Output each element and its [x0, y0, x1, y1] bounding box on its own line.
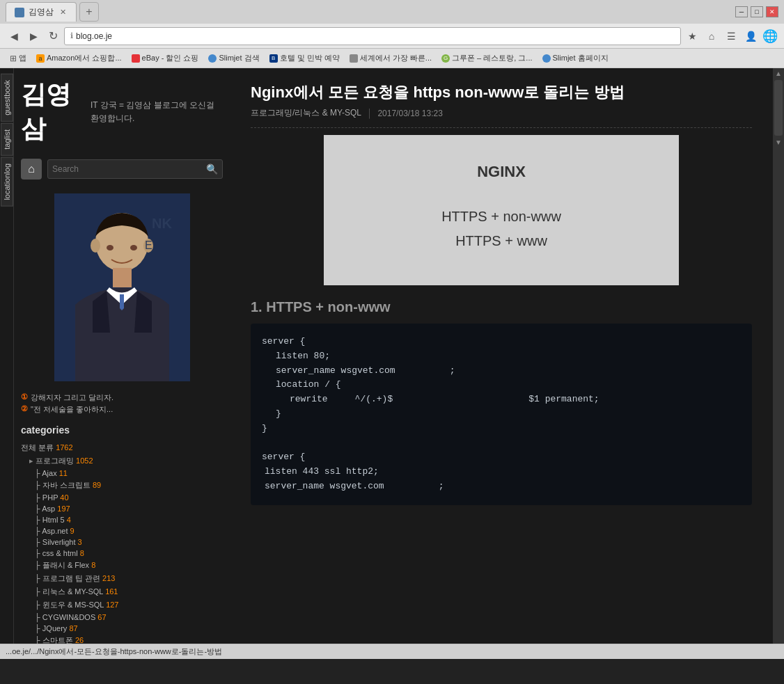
cat-programming-label: 프로그래밍	[36, 456, 76, 465]
user-button[interactable]: 👤	[742, 28, 759, 45]
slimjet1-favicon	[208, 54, 217, 63]
bookmark-apps[interactable]: ⊞ 앱	[6, 51, 31, 65]
bookmark-groupon[interactable]: G 그루폰 – 레스토랑, 그...	[437, 51, 537, 65]
cat-all[interactable]: 전체 분류 1762	[21, 441, 223, 454]
diagram-line2: HTTPS + www	[359, 233, 644, 249]
blog-header: 김영삼 IT 강국 = 김영삼 블로그에 오신걸 환영합니다.	[14, 68, 230, 152]
left-sidebar: 김영삼 IT 강국 = 김영삼 블로그에 오신걸 환영합니다. ⌂ 🔍	[14, 68, 230, 644]
lock-icon: ℹ	[70, 31, 73, 40]
scroll-down-arrow[interactable]: ▼	[775, 138, 782, 146]
bookmark-ebay[interactable]: eBay - 할인 쇼핑	[127, 51, 203, 65]
cat-silverlight-count: 3	[78, 538, 82, 546]
search-icon[interactable]: 🔍	[206, 164, 218, 175]
slimjet2-favicon	[542, 54, 551, 63]
cat-javascript[interactable]: ├ 자바 스크립트 89	[21, 479, 223, 492]
cat-php-count: 40	[60, 493, 68, 502]
bookmark-amazon[interactable]: a Amazon에서 쇼핑합...	[32, 51, 126, 65]
new-tab-button[interactable]: +	[79, 2, 99, 22]
sidebar-tab-guestbook[interactable]: guestbook	[1, 74, 13, 122]
fastest-favicon	[350, 54, 358, 63]
code-line-3: server_name wsgvet.com ;	[262, 364, 741, 379]
window-controls: ─ □ ✕	[735, 6, 778, 17]
svg-rect-4	[113, 268, 132, 287]
nginx-diagram: NGINX HTTPS + non-www HTTPS + www	[324, 135, 679, 285]
cat-linux[interactable]: ├ 리눅스 & MY-SQL 161	[21, 585, 223, 598]
tab-favicon	[15, 8, 24, 17]
maximize-button[interactable]: □	[751, 6, 763, 17]
booking-favicon: B	[269, 54, 278, 63]
tab-title: 김영삼	[29, 6, 54, 18]
cat-php[interactable]: ├ PHP 40	[21, 492, 223, 503]
bookmarks-bar: ⊞ 앱 a Amazon에서 쇼핑합... eBay - 할인 쇼핑 Slimj…	[0, 49, 784, 68]
status-url: ...oe.je/.../Nginx에서-모든-요청을-https-non-ww…	[6, 646, 222, 657]
forward-button[interactable]: ▶	[25, 28, 42, 45]
cat-ajax[interactable]: ├ Ajax 11	[21, 468, 223, 479]
diagram-line1: HTTPS + non-www	[359, 209, 644, 225]
quote-section: ① 강해지자 그리고 달리자. ② "전 저세술을 좋아하지...	[14, 388, 230, 419]
tab-close-button[interactable]: ✕	[58, 8, 68, 17]
star-button[interactable]: ★	[684, 28, 700, 45]
blog-subtitle: IT 강국 = 김영삼 블로그에 오신걸 환영합니다.	[91, 99, 223, 125]
svg-text:NK: NK	[152, 216, 172, 231]
bookmark-booking-label: 호텔 및 민박 예약	[280, 53, 340, 63]
home-icon-btn[interactable]: ⌂	[21, 159, 42, 180]
search-input[interactable]	[52, 164, 206, 174]
close-button[interactable]: ✕	[766, 6, 778, 17]
code-line-9: listen 443 ssl http2;	[262, 465, 741, 479]
cat-linux-count: 161	[105, 587, 118, 596]
home-button[interactable]: ⌂	[703, 28, 720, 45]
cat-silverlight[interactable]: ├ Silverlight 3	[21, 536, 223, 548]
cat-programming-count: 1052	[76, 456, 93, 465]
cat-smartphone[interactable]: ├ 스마트폰 26	[21, 634, 223, 644]
cat-programming[interactable]: ▸프로그래밍 1052	[21, 454, 223, 468]
cat-cygwin[interactable]: ├ CYGWIN&DOS 67	[21, 612, 223, 623]
cat-flex[interactable]: ├ 플래시 & Flex 8	[21, 559, 223, 572]
settings-button[interactable]: ☰	[723, 28, 739, 45]
search-box[interactable]: 🔍	[47, 159, 223, 179]
browser-chrome: 김영삼 ✕ + ─ □ ✕ ◀ ▶ ↻ ℹ blog.oe.je ★ ⌂ ☰ 👤…	[0, 0, 784, 68]
diagram-title: NGINX	[359, 163, 644, 181]
post-divider	[251, 127, 752, 128]
cat-aspnet[interactable]: ├ Asp.net 9	[21, 525, 223, 536]
cat-windows[interactable]: ├ 윈도우 & MS-SQL 127	[21, 598, 223, 612]
code-line-7: }	[262, 422, 741, 436]
cat-csshtml-count: 8	[80, 549, 84, 557]
quote-num-2: ②	[21, 404, 28, 413]
cat-html5[interactable]: ├ Html 5 4	[21, 514, 223, 525]
cat-ajax-count: 11	[59, 469, 68, 477]
right-scrollbar[interactable]: ▲ ▼	[773, 68, 784, 644]
refresh-button[interactable]: ↻	[45, 28, 61, 45]
nav-bar: ◀ ▶ ↻ ℹ blog.oe.je ★ ⌂ ☰ 👤 🌐	[0, 24, 784, 49]
bookmark-booking[interactable]: B 호텔 및 민박 예약	[265, 51, 344, 65]
sidebar-tab-locationlog[interactable]: locationlog	[1, 157, 13, 207]
cat-smartphone-count: 26	[75, 636, 84, 644]
bookmark-amazon-label: Amazon에서 쇼핑합...	[47, 53, 122, 63]
status-bar: ...oe.je/.../Nginx에서-모든-요청을-https-non-ww…	[0, 644, 784, 659]
bookmark-slimjet1[interactable]: Slimjet 검색	[204, 51, 263, 65]
sidebar-tab-taglist[interactable]: taglist	[1, 123, 13, 156]
bookmark-slimjet2[interactable]: Slimjet 홈페이지	[538, 51, 613, 65]
categories-title: categories	[21, 424, 223, 436]
cat-javascript-count: 89	[93, 481, 101, 489]
scroll-thumb[interactable]	[774, 80, 783, 136]
address-bar[interactable]: ℹ blog.oe.je	[64, 27, 681, 45]
cat-cygwin-count: 67	[97, 613, 106, 621]
svg-point-6	[130, 245, 137, 250]
cat-program-tip[interactable]: ├ 프로그램 팁 관련 213	[21, 572, 223, 585]
active-tab[interactable]: 김영삼 ✕	[6, 2, 77, 22]
minimize-button[interactable]: ─	[735, 6, 748, 17]
cat-jquery[interactable]: ├ JQuery 87	[21, 623, 223, 634]
back-button[interactable]: ◀	[6, 28, 22, 45]
cat-asp[interactable]: ├ Asp 197	[21, 503, 223, 514]
sidebar-tabs: guestbook taglist locationlog	[0, 68, 14, 644]
bookmark-fastest[interactable]: 세계에서 가장 빠른...	[345, 51, 436, 65]
cat-arrow-programming: ▸	[29, 456, 33, 465]
cat-csshtml[interactable]: ├ css & html 8	[21, 548, 223, 559]
diagram-container: NGINX HTTPS + non-www HTTPS + www	[251, 135, 752, 285]
apps-icon: ⊞	[10, 54, 17, 63]
code-line-blank	[262, 436, 741, 451]
title-left: 김영삼 ✕ +	[6, 2, 731, 22]
code-line-10: server_name wsgvet.com ;	[262, 479, 741, 494]
scroll-up-arrow[interactable]: ▲	[775, 70, 782, 77]
post-category[interactable]: 프로그래밍/리눅스 & MY-SQL	[251, 107, 361, 119]
